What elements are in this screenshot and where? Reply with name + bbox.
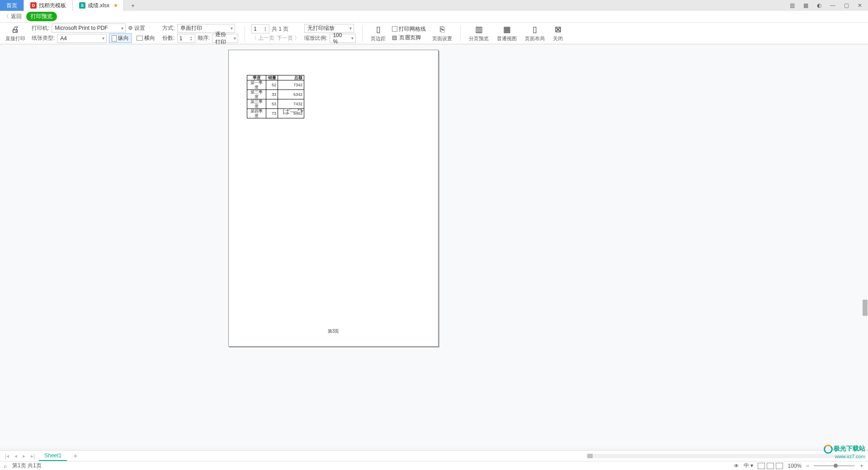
zoom-slider[interactable] xyxy=(814,465,854,466)
table-header: 销量 xyxy=(266,75,278,80)
sheet-tab-1[interactable]: Sheet1 xyxy=(39,451,67,461)
view-pagebreak-icon[interactable] xyxy=(767,463,774,469)
print-preview-pill: 打印预览 xyxy=(26,12,57,21)
horizontal-scrollbar[interactable] xyxy=(587,454,861,458)
back-button[interactable]: 〈 返回 xyxy=(4,13,22,20)
unsaved-indicator-icon xyxy=(114,4,117,7)
paper-select[interactable]: A4 xyxy=(57,34,107,43)
table-header: 季度 xyxy=(247,75,266,80)
page-setup-icon: ⎘ xyxy=(440,25,445,34)
sheet-first-button[interactable]: |◂ xyxy=(4,453,10,459)
paper-label: 纸张类型: xyxy=(32,34,55,42)
tab-file[interactable]: S 成绩.xlsx xyxy=(73,0,124,11)
docer-icon: D xyxy=(30,2,37,9)
gear-icon: ⚙ xyxy=(128,25,133,31)
spreadsheet-icon: S xyxy=(79,2,85,9)
normal-view-button[interactable]: ▦ 普通视图 xyxy=(495,23,519,44)
lang-indicator[interactable]: 中 ▾ xyxy=(744,462,753,470)
table-row: 第二季度336342 xyxy=(247,90,304,99)
grid-icon: ▦ xyxy=(503,24,511,34)
status-bar: ⌕ 第1页 共1页 👁 中 ▾ 100% − ＋ xyxy=(0,461,868,470)
signature-mark: ぽ—↷ xyxy=(283,107,303,116)
portrait-toggle[interactable]: 纵向 xyxy=(109,33,132,43)
separator xyxy=(362,25,363,42)
page-layout-icon: ▯ xyxy=(533,24,537,34)
tab-bar: 首页 D 找稻壳模板 S 成绩.xlsx ＋ ▥ ▦ ◐ — ▢ ✕ xyxy=(0,0,868,11)
table-header: 总额 xyxy=(278,75,304,80)
table-row: 第一季度527342 xyxy=(247,80,304,90)
tab-home[interactable]: 首页 xyxy=(0,0,24,11)
view-layout-icon[interactable] xyxy=(776,463,783,469)
gridlines-label: 打印网格线 xyxy=(399,25,426,33)
landscape-toggle[interactable]: 横向 xyxy=(134,33,158,43)
preview-page: 季度销量总额 第一季度527342第二季度336342第三季度537432第四季… xyxy=(228,50,439,347)
landscape-icon xyxy=(137,36,143,41)
tab-template[interactable]: D 找稻壳模板 xyxy=(24,0,73,11)
page-break-icon: ▥ xyxy=(475,24,483,34)
scale-select[interactable]: 100 % xyxy=(330,34,356,43)
next-page-button[interactable]: 下一页 〉 xyxy=(277,34,300,42)
sheet-last-button[interactable]: ▸| xyxy=(29,453,36,459)
preview-canvas[interactable]: 季度销量总额 第一季度527342第二季度336342第三季度537432第四季… xyxy=(0,44,868,447)
zoom-out-button[interactable]: − xyxy=(806,463,809,469)
copies-input[interactable]: 1▲▼ xyxy=(177,34,195,43)
maximize-icon[interactable]: ▢ xyxy=(843,2,850,9)
prev-page-button[interactable]: 〈 上一页 xyxy=(251,34,274,42)
separator xyxy=(460,25,461,42)
tab-file-label: 成绩.xlsx xyxy=(88,2,109,9)
view-mode-switcher[interactable] xyxy=(758,463,783,469)
close-button[interactable]: ⊠ 关闭 xyxy=(551,23,565,44)
page-total: 共 1 页 xyxy=(272,25,288,33)
page-footer: 第3页 xyxy=(229,328,438,334)
window-controls: ▥ ▦ ◐ — ▢ ✕ xyxy=(788,2,868,9)
status-page-info: 第1页 共1页 xyxy=(12,462,42,470)
apps-icon[interactable]: ▦ xyxy=(802,2,809,9)
page-input[interactable]: 1▲▼ xyxy=(251,24,269,33)
close-icon[interactable]: ✕ xyxy=(856,2,863,9)
minimize-icon[interactable]: — xyxy=(829,2,836,9)
add-sheet-button[interactable]: ＋ xyxy=(70,452,81,460)
assist-icon[interactable]: ⌕ xyxy=(4,463,7,469)
watermark: 极光下载站 www.xz7.com xyxy=(824,445,865,459)
scale-label: 缩放比例: xyxy=(304,34,327,42)
header-footer-icon: ▤ xyxy=(392,34,397,41)
margins-icon: ▯ xyxy=(376,24,381,34)
direct-print-button[interactable]: 🖨 直接打印 xyxy=(4,23,27,44)
close-box-icon: ⊠ xyxy=(555,24,561,34)
scale-mode-select[interactable]: 无打印缩放 xyxy=(304,24,354,33)
sheet-next-button[interactable]: ▸ xyxy=(21,453,27,459)
order-label: 顺序: xyxy=(198,34,210,42)
mode-label: 方式: xyxy=(162,24,175,32)
user-icon[interactable]: ◐ xyxy=(816,2,823,9)
back-label: 返回 xyxy=(11,13,22,20)
watermark-logo-icon xyxy=(824,445,833,454)
zoom-value: 100% xyxy=(788,463,802,469)
vertical-scrollbar[interactable] xyxy=(863,300,868,316)
copies-label: 份数: xyxy=(162,34,175,42)
portrait-icon xyxy=(112,35,117,42)
chevron-left-icon: 〈 xyxy=(4,13,9,20)
printer-label: 打印机: xyxy=(32,24,49,32)
sheet-bar: |◂ ◂ ▸ ▸| Sheet1 ＋ xyxy=(0,450,868,461)
zoom-in-button[interactable]: ＋ xyxy=(859,462,864,470)
view-normal-icon[interactable] xyxy=(758,463,765,469)
page-break-button[interactable]: ▥ 分页预览 xyxy=(467,23,491,44)
eye-icon[interactable]: 👁 xyxy=(734,463,739,469)
printer-icon: 🖨 xyxy=(11,25,19,34)
printer-select[interactable]: Microsoft Print to PDF xyxy=(52,24,126,33)
header-footer-button[interactable]: 页眉页脚 xyxy=(399,34,421,42)
order-select[interactable]: 逐份打印 xyxy=(212,34,238,43)
header-row: 〈 返回 打印预览 xyxy=(0,11,868,23)
separator xyxy=(245,25,245,42)
layout-icon[interactable]: ▥ xyxy=(788,2,796,9)
margins-button[interactable]: ▯ 页边距 xyxy=(369,23,387,44)
sheet-prev-button[interactable]: ◂ xyxy=(13,453,19,459)
add-tab-button[interactable]: ＋ xyxy=(124,0,142,11)
page-setup-button[interactable]: ⎘ 页面设置 xyxy=(430,23,454,44)
page-layout-button[interactable]: ▯ 页面布局 xyxy=(523,23,547,44)
printer-settings-button[interactable]: ⚙设置 xyxy=(128,24,145,32)
gridlines-checkbox[interactable] xyxy=(392,26,397,32)
tab-template-label: 找稻壳模板 xyxy=(39,2,66,9)
print-toolbar: 🖨 直接打印 打印机: Microsoft Print to PDF ⚙设置 纸… xyxy=(0,23,868,44)
